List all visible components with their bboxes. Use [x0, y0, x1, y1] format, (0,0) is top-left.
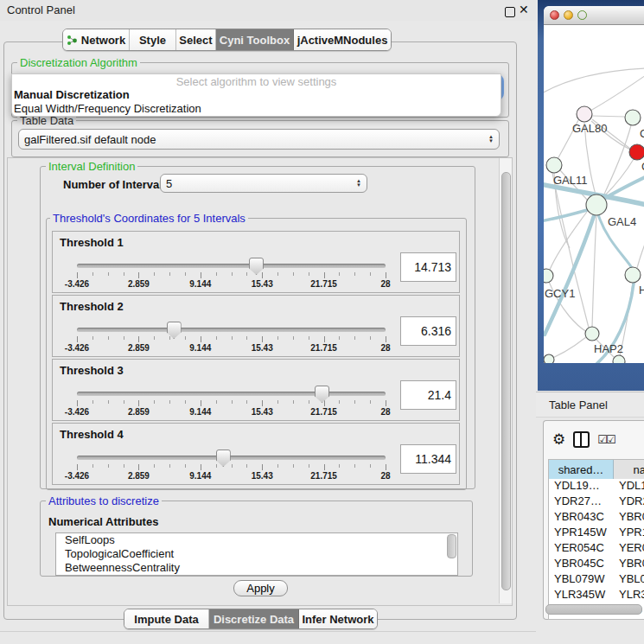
tick-mark — [232, 464, 233, 468]
tab-select[interactable]: Select — [176, 29, 216, 50]
tab-infer-network[interactable]: Infer Network — [299, 609, 377, 628]
network-canvas[interactable]: GAL80GCGAL11GAL4GCY1HHAP2 — [544, 25, 644, 363]
tab-cyni-toolbox[interactable]: Cyni Toolbox — [216, 29, 294, 50]
algorithm-option-manual[interactable]: Manual Discretization — [12, 88, 501, 102]
cell-name: YDL1 — [614, 479, 644, 494]
threshold-slider[interactable]: -3.4262.8599.14415.4321.71528 — [77, 258, 386, 290]
tick-mark — [154, 272, 155, 276]
attribute-list-item[interactable]: TopologicalCoefficient — [56, 547, 457, 561]
network-node[interactable] — [544, 269, 553, 283]
threshold-panel: Threshold 3-3.4262.8599.14415.4321.71528… — [52, 359, 460, 421]
tab-discretize-data[interactable]: Discretize Data — [209, 609, 299, 628]
slider-handle[interactable] — [315, 386, 329, 403]
tab-impute-data[interactable]: Impute Data — [124, 609, 209, 628]
table-row[interactable]: YBR043CYBR0 — [549, 510, 644, 526]
tick-label: 9.144 — [189, 407, 211, 417]
zoom-traffic-icon[interactable] — [577, 10, 587, 20]
network-node[interactable] — [625, 110, 641, 125]
tick-label: 2.859 — [128, 343, 150, 353]
tick-mark — [92, 464, 93, 468]
scrollbar-thumb[interactable] — [501, 172, 511, 590]
tab-network[interactable]: Network — [63, 29, 130, 50]
tick-mark — [92, 336, 93, 340]
tick-label: -3.426 — [65, 407, 89, 417]
tick-mark — [216, 272, 217, 276]
gear-icon[interactable]: ⚙ — [552, 432, 565, 447]
table-row[interactable]: YER054CYER0 — [549, 541, 644, 557]
close-traffic-icon[interactable] — [550, 10, 559, 20]
spinner-arrows-icon: ▲▼ — [356, 179, 361, 188]
threshold-value-field[interactable]: 6.316 — [400, 316, 456, 346]
table-row[interactable]: YBR045CYBR0 — [549, 557, 644, 572]
columns-icon[interactable] — [573, 431, 590, 448]
network-graph: GAL80GCGAL11GAL4GCY1HHAP2 — [544, 25, 644, 363]
table-row[interactable]: YDL19…YDL1 — [549, 479, 644, 494]
cell-shared-name: YLR345W — [549, 588, 614, 603]
table-row[interactable]: YBL079WYBL0 — [549, 572, 644, 588]
threshold-value-field[interactable]: 11.344 — [400, 444, 456, 474]
column-header-shared-name[interactable]: shared… — [549, 460, 614, 479]
network-node-label: GCY1 — [545, 287, 575, 300]
network-node[interactable] — [625, 267, 641, 283]
tab-jactivemnodules[interactable]: jActiveMNodules — [294, 29, 391, 50]
slider-handle[interactable] — [216, 450, 231, 467]
threshold-label: Threshold 4 — [60, 428, 124, 441]
table-data-combobox[interactable]: galFiltered.sif default node ▲▼ — [18, 129, 500, 150]
numerical-attributes-label: Numerical Attributes — [48, 515, 158, 528]
apply-button[interactable]: Apply — [233, 580, 288, 596]
column-header-name[interactable]: na — [614, 460, 644, 479]
numerical-attributes-list[interactable]: SelfLoopsTopologicalCoefficientBetweenne… — [55, 532, 458, 576]
threshold-slider[interactable]: -3.4262.8599.14415.4321.71528 — [77, 322, 386, 354]
cell-shared-name: YDL19… — [549, 479, 614, 494]
network-node[interactable] — [577, 106, 592, 122]
tick-mark — [246, 336, 247, 340]
network-node[interactable] — [544, 354, 554, 363]
network-node-label: GAL11 — [553, 174, 588, 187]
network-window: GAL80GCGAL11GAL4GCY1HHAP2 — [544, 6, 644, 363]
vertical-scrollbar[interactable] — [499, 158, 512, 603]
network-node[interactable] — [613, 355, 625, 363]
network-edge — [637, 239, 644, 268]
network-edge — [592, 116, 625, 117]
slider-track[interactable] — [77, 264, 386, 268]
tick-mark — [370, 272, 371, 276]
cell-shared-name: YPR145W — [549, 526, 614, 541]
threshold-value-field[interactable]: 21.4 — [400, 380, 456, 410]
tick-mark — [262, 464, 263, 470]
tick-label: 28 — [380, 343, 390, 353]
table-row[interactable]: YPR145WYPR1 — [549, 526, 644, 541]
list-scrollbar-thumb[interactable] — [447, 534, 456, 558]
threshold-value-field[interactable]: 14.713 — [400, 252, 456, 282]
threshold-slider[interactable]: -3.4262.8599.14415.4321.71528 — [77, 386, 386, 418]
minimize-traffic-icon[interactable] — [564, 10, 573, 20]
network-window-titlebar[interactable] — [544, 6, 644, 25]
threshold-panel: Threshold 2-3.4262.8599.14415.4321.71528… — [52, 295, 460, 357]
attribute-list-item[interactable]: BetweennessCentrality — [56, 561, 457, 575]
tick-mark — [262, 272, 263, 278]
network-node[interactable] — [546, 157, 562, 173]
slider-track[interactable] — [77, 328, 386, 332]
tick-mark — [124, 336, 124, 340]
number-of-intervals-combobox[interactable]: 5 ▲▼ — [160, 174, 367, 193]
tab-style[interactable]: Style — [130, 29, 176, 50]
table-row[interactable]: YDR27…YDR2 — [549, 494, 644, 510]
network-edge — [590, 75, 644, 111]
attribute-list-item[interactable]: SelfLoops — [56, 533, 457, 547]
slider-track[interactable] — [77, 392, 386, 396]
slider-track[interactable] — [77, 456, 386, 460]
float-window-icon[interactable] — [505, 7, 515, 17]
algorithm-option-equal-width[interactable]: Equal Width/Frequency Discretization — [12, 102, 501, 116]
network-node[interactable] — [629, 144, 644, 160]
threshold-slider[interactable]: -3.4262.8599.14415.4321.71528 — [77, 450, 386, 482]
table-panel-body: ⚙ ☑☑ shared… na YDL19…YDL1YDR27…YDR2YBR0… — [543, 420, 644, 620]
tick-mark — [386, 336, 386, 342]
table-row[interactable]: YLR345WYLR3 — [549, 588, 644, 603]
tick-mark — [309, 272, 309, 276]
tick-mark — [277, 336, 278, 340]
network-node[interactable] — [586, 194, 607, 215]
close-icon[interactable]: ✕ — [519, 3, 529, 16]
network-node[interactable] — [585, 327, 599, 341]
horizontal-scrollbar-thumb[interactable] — [545, 604, 642, 615]
network-node-label: G — [640, 127, 644, 140]
checkbox-icon[interactable]: ☑☑ — [597, 434, 614, 445]
